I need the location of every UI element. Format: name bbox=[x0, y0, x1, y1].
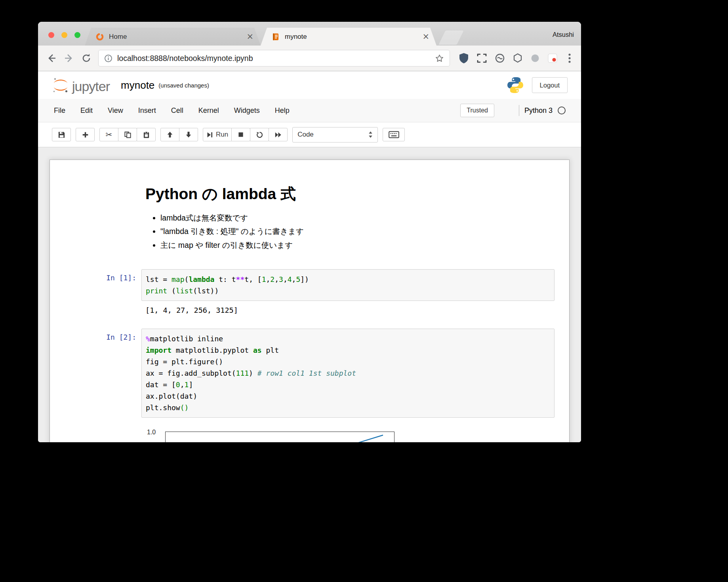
plot-line bbox=[166, 432, 394, 442]
tab-mynote[interactable]: mynote × bbox=[261, 28, 436, 46]
menu-item-cell[interactable]: Cell bbox=[164, 107, 191, 115]
jupyter-favicon-icon bbox=[96, 33, 104, 41]
cell-content: %matplotlib inlineimport matplotlib.pypl… bbox=[141, 329, 555, 418]
omnibox[interactable]: localhost:8888/notebooks/mynote.ipynb bbox=[98, 50, 450, 67]
extension-shield-icon[interactable] bbox=[459, 53, 469, 64]
code-line: lst = map(lambda t: t**t, [1,2,3,4,5]) bbox=[146, 274, 550, 285]
code-line: dat = [0,1] bbox=[146, 379, 550, 390]
plot-output: 1.0 bbox=[50, 418, 569, 442]
output-prompt bbox=[50, 421, 141, 442]
extension-screen-icon[interactable] bbox=[476, 53, 487, 63]
forward-icon[interactable] bbox=[63, 53, 74, 64]
restart-kernel-button[interactable] bbox=[250, 128, 269, 141]
keyboard-icon bbox=[389, 131, 399, 139]
tab-close-icon[interactable]: × bbox=[246, 32, 253, 41]
jupyter-logo-icon bbox=[52, 76, 69, 94]
notebook-favicon-icon bbox=[272, 33, 280, 41]
kernel-separator bbox=[519, 105, 519, 116]
run-cell-button[interactable]: Run bbox=[203, 128, 232, 141]
jupyter-wordmark: jupyter bbox=[72, 80, 110, 93]
extension-cube-icon[interactable] bbox=[513, 53, 523, 63]
jupyter-menubar: FileEditViewInsertCellKernelWidgetsHelp … bbox=[38, 99, 581, 122]
menu-item-insert[interactable]: Insert bbox=[131, 107, 164, 115]
extension-icons bbox=[459, 53, 558, 64]
extension-circle-icon[interactable] bbox=[495, 53, 505, 63]
menu-item-edit[interactable]: Edit bbox=[73, 107, 100, 115]
markdown-body: Python の lambda 式 lambda式は無名変数です"lambda … bbox=[141, 185, 555, 252]
logout-button[interactable]: Logout bbox=[532, 77, 568, 93]
scissors-icon: ✂ bbox=[106, 131, 112, 139]
menu-items: FileEditViewInsertCellKernelWidgetsHelp bbox=[54, 107, 297, 115]
restart-run-all-button[interactable] bbox=[269, 128, 288, 141]
code-cell[interactable]: In [1]:lst = map(lambda t: t**t, [1,2,3,… bbox=[50, 269, 569, 301]
menu-item-help[interactable]: Help bbox=[267, 107, 297, 115]
jupyter-header: jupyter mynote (unsaved changes) Logout bbox=[38, 71, 581, 99]
menu-item-view[interactable]: View bbox=[100, 107, 131, 115]
kernel-indicator-zone: Python 3 bbox=[519, 105, 566, 116]
cell-type-dropdown[interactable]: Code bbox=[292, 127, 378, 143]
code-cell[interactable]: In [2]:%matplotlib inlineimport matplotl… bbox=[50, 329, 569, 418]
run-label: Run bbox=[216, 131, 228, 139]
input-prompt: In [1]: bbox=[50, 269, 141, 301]
bullet-item: lambda式は無名変数です bbox=[160, 211, 555, 225]
notebook-scroll-area[interactable]: Python の lambda 式 lambda式は無名変数です"lambda … bbox=[38, 147, 581, 442]
cell-type-value: Code bbox=[297, 131, 314, 139]
tab-home[interactable]: Home × bbox=[85, 28, 261, 46]
code-line: plt.show() bbox=[146, 402, 550, 413]
markdown-cell[interactable]: Python の lambda 式 lambda式は無名変数です"lambda … bbox=[50, 185, 569, 252]
info-icon[interactable] bbox=[104, 54, 112, 63]
menu-item-widgets[interactable]: Widgets bbox=[227, 107, 267, 115]
markdown-heading: Python の lambda 式 bbox=[145, 185, 555, 203]
notebook-title[interactable]: mynote bbox=[121, 79, 154, 91]
code-line: import matplotlib.pyplot as plt bbox=[146, 344, 550, 356]
reload-icon[interactable] bbox=[81, 53, 92, 64]
command-palette-button[interactable] bbox=[383, 128, 405, 141]
cell-output: [1, 4, 27, 256, 3125] bbox=[50, 301, 569, 314]
tab-close-icon[interactable]: × bbox=[422, 32, 429, 41]
notebook-container: Python の lambda 式 lambda式は無名変数です"lambda … bbox=[50, 160, 570, 442]
minimize-window-button[interactable] bbox=[61, 32, 67, 38]
desktop: { "chrome": { "user": "Atsushi", "tabs":… bbox=[0, 0, 728, 582]
save-button[interactable] bbox=[52, 128, 71, 141]
code-line: ax.plot(dat) bbox=[146, 390, 550, 402]
extension-record-icon[interactable] bbox=[547, 53, 558, 63]
cut-cell-button[interactable]: ✂ bbox=[99, 128, 118, 141]
cell-content: lst = map(lambda t: t**t, [1,2,3,4,5])pr… bbox=[141, 269, 555, 301]
tab-title: mynote bbox=[285, 33, 307, 41]
url-text[interactable]: localhost:8888/notebooks/mynote.ipynb bbox=[117, 54, 430, 63]
close-window-button[interactable] bbox=[48, 32, 54, 38]
code-line: ax = fig.add_subplot(111) # row1 col1 1s… bbox=[146, 367, 550, 379]
jupyter-logo[interactable]: jupyter bbox=[52, 76, 110, 94]
input-prompt: In [2]: bbox=[50, 329, 141, 418]
window-controls bbox=[48, 32, 80, 38]
new-tab-button[interactable] bbox=[438, 30, 464, 45]
code-input[interactable]: lst = map(lambda t: t**t, [1,2,3,4,5])pr… bbox=[141, 269, 555, 301]
menu-item-kernel[interactable]: Kernel bbox=[191, 107, 227, 115]
back-icon[interactable] bbox=[46, 53, 57, 64]
trusted-button[interactable]: Trusted bbox=[460, 104, 494, 117]
menu-item-file[interactable]: File bbox=[54, 107, 73, 115]
copy-cell-button[interactable] bbox=[118, 128, 137, 141]
markdown-bullets: lambda式は無名変数です"lambda 引き数 : 処理" のように書きます… bbox=[160, 211, 555, 252]
browser-tab-bar: Home × mynote × Atsushi bbox=[38, 22, 581, 46]
cells: In [1]:lst = map(lambda t: t**t, [1,2,3,… bbox=[50, 269, 569, 442]
matplotlib-figure: 1.0 bbox=[141, 421, 555, 442]
move-cell-up-button[interactable] bbox=[160, 128, 179, 141]
browser-menu-icon[interactable] bbox=[564, 53, 575, 64]
browser-address-bar: localhost:8888/notebooks/mynote.ipynb bbox=[38, 46, 581, 71]
step-forward-icon bbox=[206, 131, 213, 138]
kernel-idle-icon bbox=[558, 107, 566, 114]
zoom-window-button[interactable] bbox=[74, 32, 80, 38]
bookmark-star-icon[interactable] bbox=[435, 54, 444, 63]
code-line: %matplotlib inline bbox=[146, 333, 550, 344]
paste-cell-button[interactable] bbox=[137, 128, 156, 141]
interrupt-kernel-button[interactable] bbox=[231, 128, 250, 141]
add-cell-button[interactable] bbox=[76, 128, 95, 141]
browser-profile-name[interactable]: Atsushi bbox=[553, 31, 574, 38]
extension-dot-icon[interactable] bbox=[530, 53, 540, 63]
markdown-prompt bbox=[50, 185, 141, 252]
header-right: Logout bbox=[507, 76, 568, 94]
code-input[interactable]: %matplotlib inlineimport matplotlib.pypl… bbox=[141, 329, 555, 418]
move-cell-down-button[interactable] bbox=[179, 128, 198, 141]
bullet-item: 主に map や filter の引き数に使います bbox=[160, 238, 555, 252]
